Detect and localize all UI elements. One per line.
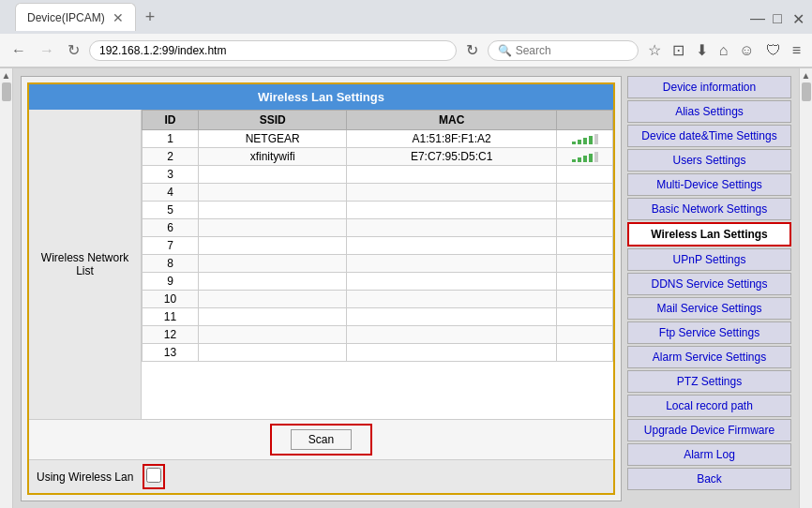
tab-close-button[interactable]: ✕ [113, 10, 124, 25]
table-row[interactable]: 4 [143, 184, 613, 202]
signal-bar [589, 136, 593, 144]
cell-ssid [199, 184, 347, 202]
shield-button[interactable]: 🛡 [762, 39, 785, 61]
table-row[interactable]: 2xfinitywifiE7:C7:95:D5:C1 [143, 148, 613, 166]
sidebar-item-6[interactable]: Wireless Lan Settings [627, 222, 791, 247]
sidebar-item-7[interactable]: UPnP Settings [627, 248, 791, 271]
cell-id: 9 [143, 273, 199, 291]
table-row[interactable]: 11 [143, 308, 613, 326]
cell-mac: E7:C7:95:D5:C1 [347, 148, 557, 166]
cell-signal [557, 219, 613, 237]
cell-id: 1 [143, 130, 199, 148]
cell-mac [347, 308, 557, 326]
cell-ssid [199, 291, 347, 308]
cell-ssid: xfinitywifi [199, 148, 347, 166]
forward-button[interactable]: → [36, 40, 58, 61]
sidebar-item-2[interactable]: Device date&Time Settings [627, 125, 791, 147]
cell-ssid [199, 273, 347, 291]
cell-signal [557, 255, 613, 273]
scroll-up-right-arrow[interactable]: ▲ [802, 70, 811, 81]
table-row[interactable]: 9 [143, 273, 613, 291]
cell-id: 5 [143, 202, 199, 219]
sidebar-item-1[interactable]: Alias Settings [627, 100, 791, 123]
sidebar-item-10[interactable]: Ftp Service Settings [627, 321, 791, 344]
cell-mac [347, 184, 557, 202]
refresh-button[interactable]: ↻ [64, 39, 83, 61]
cell-signal [557, 237, 613, 255]
cell-id: 3 [143, 166, 199, 184]
cell-id: 4 [143, 184, 199, 202]
address-bar[interactable] [89, 40, 457, 61]
home-button[interactable]: ⌂ [715, 39, 732, 61]
cell-mac [347, 326, 557, 344]
cell-signal [557, 291, 613, 308]
scan-button[interactable]: Scan [291, 429, 352, 450]
cell-ssid: NETGEAR [199, 130, 347, 148]
network-list-label: Wireless Network List [29, 110, 142, 419]
download-button[interactable]: ⬇ [692, 39, 712, 61]
search-input[interactable] [516, 44, 628, 57]
using-wireless-checkbox[interactable] [146, 468, 161, 483]
scroll-thumb-right[interactable] [802, 82, 811, 101]
cell-mac [347, 219, 557, 237]
cell-id: 7 [143, 237, 199, 255]
cell-mac [347, 166, 557, 184]
panel-title: Wireless Lan Settings [29, 84, 613, 110]
sidebar-item-5[interactable]: Basic Network Settings [627, 198, 791, 220]
url-input[interactable] [99, 44, 446, 57]
menu-button[interactable]: ≡ [789, 39, 804, 61]
scroll-up-arrow[interactable]: ▲ [2, 70, 11, 81]
signal-bar [594, 134, 598, 144]
bookmark-list-button[interactable]: ⊡ [669, 39, 688, 61]
signal-bar [583, 138, 587, 144]
maximize-button[interactable]: □ [771, 10, 784, 23]
scroll-thumb-vertical[interactable] [2, 82, 11, 101]
sidebar-item-15[interactable]: Alarm Log [627, 443, 791, 466]
sidebar-item-8[interactable]: DDNS Service Settings [627, 273, 791, 295]
sidebar-item-13[interactable]: Local record path [627, 395, 791, 417]
signal-bar [578, 140, 581, 144]
table-row[interactable]: 8 [143, 255, 613, 273]
table-row[interactable]: 10 [143, 291, 613, 308]
table-row[interactable]: 5 [143, 202, 613, 219]
sidebar-item-3[interactable]: Users Settings [627, 149, 791, 172]
cell-mac [347, 291, 557, 308]
new-tab-button[interactable]: + [140, 7, 161, 27]
cell-id: 2 [143, 148, 199, 166]
profile-button[interactable]: ☺ [735, 39, 758, 61]
table-row[interactable]: 13 [143, 344, 613, 362]
sidebar-item-4[interactable]: Multi-Device Settings [627, 173, 791, 196]
cell-ssid [199, 219, 347, 237]
sidebar-item-11[interactable]: Alarm Service Settings [627, 346, 791, 368]
sidebar-item-0[interactable]: Device information [627, 76, 791, 98]
sidebar-item-14[interactable]: Upgrade Device Firmware [627, 419, 791, 441]
cell-signal [557, 166, 613, 184]
cell-ssid [199, 255, 347, 273]
minimize-button[interactable]: — [750, 10, 763, 23]
table-row[interactable]: 1NETGEARA1:51:8F:F1:A2 [143, 130, 613, 148]
cell-signal [557, 148, 613, 166]
back-button[interactable]: ← [8, 40, 30, 61]
table-row[interactable]: 6 [143, 219, 613, 237]
search-bar[interactable]: 🔍 [488, 40, 639, 61]
table-row[interactable]: 12 [143, 326, 613, 344]
cell-ssid [199, 237, 347, 255]
signal-bar [589, 154, 593, 162]
sidebar-item-12[interactable]: PTZ Settings [627, 370, 791, 393]
sidebar-item-9[interactable]: Mail Service Settings [627, 297, 791, 320]
table-row[interactable]: 7 [143, 237, 613, 255]
sidebar-item-16[interactable]: Back [627, 468, 791, 490]
bookmark-star-button[interactable]: ☆ [644, 39, 665, 61]
cell-ssid [199, 326, 347, 344]
col-header-ssid: SSID [199, 111, 347, 130]
col-header-signal [557, 111, 613, 130]
table-row[interactable]: 3 [143, 166, 613, 184]
reload-button[interactable]: ↻ [462, 39, 482, 61]
cell-id: 13 [143, 344, 199, 362]
signal-bar [572, 142, 576, 144]
cell-id: 10 [143, 291, 199, 308]
cell-mac [347, 255, 557, 273]
browser-tab[interactable]: Device(IPCAM) ✕ [15, 3, 136, 31]
cell-signal [557, 184, 613, 202]
close-button[interactable]: ✕ [791, 10, 804, 23]
